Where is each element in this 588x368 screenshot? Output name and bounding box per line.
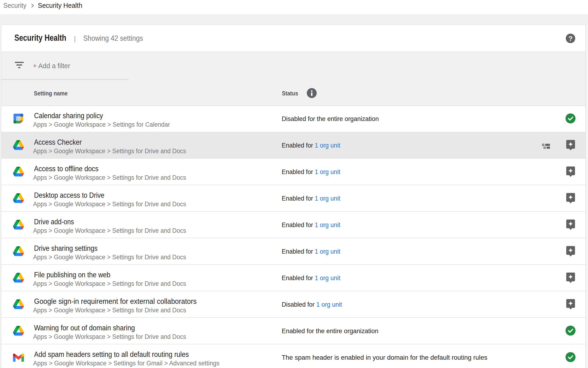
- svg-text:31: 31: [17, 117, 20, 120]
